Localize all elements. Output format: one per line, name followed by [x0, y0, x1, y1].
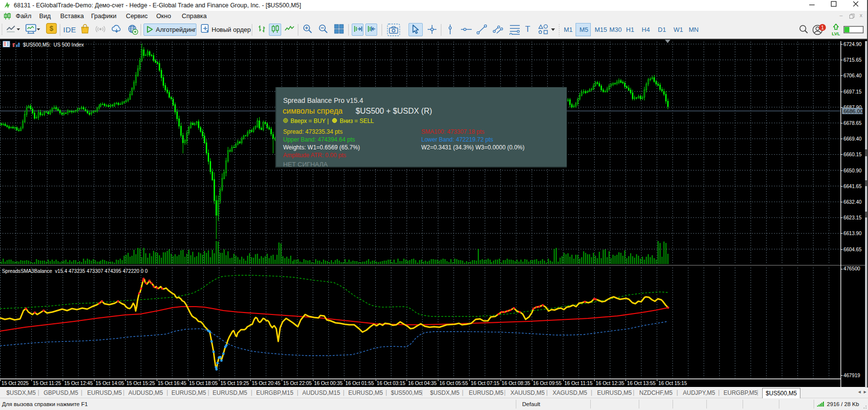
- svg-text:16 Oct 11:15: 16 Oct 11:15: [564, 381, 593, 386]
- svg-text:6669.40: 6669.40: [844, 136, 862, 142]
- svg-text:476500: 476500: [844, 266, 860, 271]
- svg-text:16 Oct 03:15: 16 Oct 03:15: [377, 381, 406, 386]
- svg-text:15 Oct 19:25: 15 Oct 19:25: [220, 381, 249, 386]
- svg-text:6632.40: 6632.40: [844, 199, 862, 205]
- svg-text:$US500,M5: US 500 Index: $US500,M5: US 500 Index: [23, 42, 84, 48]
- svg-text:$: $: [49, 24, 53, 32]
- svg-text:15 Oct 14:05: 15 Oct 14:05: [96, 381, 124, 386]
- svg-text:16 Oct 15:15: 16 Oct 15:15: [658, 381, 687, 386]
- svg-text:6706.40: 6706.40: [844, 73, 862, 78]
- svg-text:16 Oct 05:55: 16 Oct 05:55: [439, 381, 468, 386]
- svg-text:15 Oct 15:25: 15 Oct 15:25: [126, 381, 155, 386]
- svg-text:6686.00: 6686.00: [844, 108, 863, 114]
- svg-text:16 Oct 13:55: 16 Oct 13:55: [627, 381, 656, 386]
- svg-text:6724.90: 6724.90: [844, 42, 862, 47]
- svg-text:16 Oct 09:55: 16 Oct 09:55: [533, 381, 562, 386]
- svg-text:15 Oct 20:45: 15 Oct 20:45: [252, 381, 281, 386]
- svg-text:6715.65: 6715.65: [844, 57, 862, 63]
- svg-text:16 Oct 01:55: 16 Oct 01:55: [345, 381, 374, 386]
- svg-text:6623.15: 6623.15: [844, 215, 862, 220]
- svg-text:6697.15: 6697.15: [844, 89, 862, 95]
- svg-text:16 Oct 04:35: 16 Oct 04:35: [408, 381, 437, 386]
- svg-text:6660.15: 6660.15: [844, 152, 862, 157]
- svg-text:1: 1: [821, 24, 824, 30]
- svg-text:15 Oct 11:25: 15 Oct 11:25: [33, 381, 61, 386]
- svg-text:467919: 467919: [844, 373, 860, 378]
- svg-text:16 Oct 07:15: 16 Oct 07:15: [471, 381, 500, 386]
- svg-text:6650.90: 6650.90: [844, 168, 862, 173]
- svg-text:15 Oct 18:05: 15 Oct 18:05: [189, 381, 218, 386]
- svg-text:6613.90: 6613.90: [844, 231, 862, 236]
- svg-text:15 Oct 2025: 15 Oct 2025: [1, 381, 29, 386]
- svg-text:16 Oct 08:35: 16 Oct 08:35: [502, 381, 530, 386]
- svg-text:6604.65: 6604.65: [844, 247, 862, 252]
- svg-text:6641.65: 6641.65: [844, 184, 862, 189]
- svg-text:LVL: LVL: [832, 31, 840, 36]
- svg-text:16 Oct 00:35: 16 Oct 00:35: [314, 381, 343, 386]
- svg-text:15 Oct 12:45: 15 Oct 12:45: [64, 381, 93, 386]
- svg-text:15 Oct 16:45: 15 Oct 16:45: [158, 381, 187, 386]
- svg-text:16 Oct 12:35: 16 Oct 12:35: [596, 381, 625, 386]
- svg-text:15 Oct 22:05: 15 Oct 22:05: [283, 381, 312, 386]
- svg-text:6678.65: 6678.65: [844, 121, 862, 126]
- svg-text:SpreadsSMA3Balance v15.4 4732: SpreadsSMA3Balance v15.4 473235 473307 4…: [2, 268, 148, 274]
